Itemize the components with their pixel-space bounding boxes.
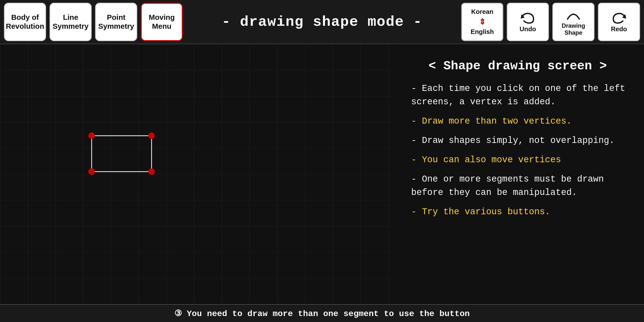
undo-icon xyxy=(519,11,536,24)
undo-button[interactable]: Undo xyxy=(507,3,549,41)
svg-rect-2 xyxy=(0,44,391,304)
redo-label: Redo xyxy=(611,25,627,33)
language-toggle-button[interactable]: Korean ⇕ English xyxy=(461,3,503,41)
drawing-shape-button[interactable]: Drawing Shape xyxy=(552,3,594,41)
undo-label: Undo xyxy=(520,25,536,33)
lang-english-label: English xyxy=(470,27,494,36)
navbar: Body of Revolution Line Symmetry Point S… xyxy=(0,0,644,44)
moving-menu-button[interactable]: Moving Menu xyxy=(141,3,183,41)
vertex-1[interactable] xyxy=(88,132,95,139)
info-item-6-yellow: Try the various buttons. xyxy=(406,205,629,219)
vertex-3[interactable] xyxy=(88,168,95,175)
info-item-2-yellow: Draw more than two vertices. xyxy=(406,115,629,128)
info-panel-title: < Shape drawing screen > xyxy=(406,59,629,73)
vertex-2[interactable] xyxy=(148,132,155,139)
info-item-1: Each time you click on one of the left s… xyxy=(406,82,629,109)
point-symmetry-button[interactable]: Point Symmetry xyxy=(95,3,137,41)
nav-right-group: Korean ⇕ English Undo Drawing Shape xyxy=(461,3,640,41)
mode-title: - drawing shape mode - xyxy=(186,14,458,30)
info-item-3: Draw shapes simply, not overlapping. xyxy=(406,134,629,148)
vertex-4[interactable] xyxy=(148,168,155,175)
drawing-canvas[interactable] xyxy=(0,44,391,304)
drawing-shape-label: Drawing Shape xyxy=(562,22,585,36)
body-of-revolution-button[interactable]: Body of Revolution xyxy=(4,3,46,41)
drawing-shape-icon xyxy=(565,8,582,21)
status-text: ③ You need to draw more than one segment… xyxy=(174,308,470,318)
info-item-5: One or more segments must be drawn befor… xyxy=(406,173,629,200)
grid xyxy=(0,44,391,304)
lang-arrow-icon: ⇕ xyxy=(479,16,486,28)
main-content: < Shape drawing screen > Each time you c… xyxy=(0,44,644,304)
lang-korean-label: Korean xyxy=(471,7,494,16)
status-bar: ③ You need to draw more than one segment… xyxy=(0,304,644,322)
info-panel: < Shape drawing screen > Each time you c… xyxy=(391,44,644,304)
line-symmetry-button[interactable]: Line Symmetry xyxy=(50,3,92,41)
redo-button[interactable]: Redo xyxy=(598,3,640,41)
info-item-4-yellow: You can also move vertices xyxy=(406,153,629,167)
redo-icon xyxy=(610,11,628,24)
